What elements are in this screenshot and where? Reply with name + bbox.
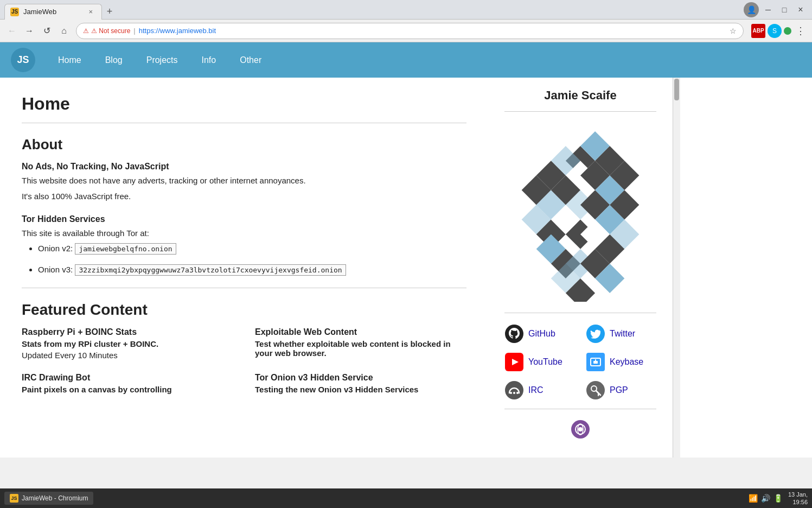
tor-icon [571, 420, 590, 439]
page-wrapper: Home About No Ads, No Tracking, No JavaS… [0, 78, 812, 458]
github-link[interactable]: GitHub [504, 324, 575, 344]
sidebar-name: Jamie Scaife [504, 88, 656, 103]
onion-list: Onion v2: jamiewebgbelqfno.onion Onion v… [22, 243, 466, 276]
featured-title: Featured Content [22, 301, 466, 319]
back-button[interactable]: ← [4, 23, 20, 39]
svg-point-48 [578, 427, 583, 431]
diamond-svg [504, 123, 656, 302]
adblock-extension[interactable]: ABP [751, 24, 765, 38]
svg-rect-37 [595, 359, 596, 361]
tab-close-btn[interactable]: × [88, 8, 93, 16]
site-navbar: JS Home Blog Projects Info Other [0, 42, 812, 78]
main-content: Home About No Ads, No Tracking, No JavaS… [0, 78, 488, 458]
about-section: About No Ads, No Tracking, No JavaScript… [22, 136, 466, 276]
irc-label: IRC [528, 385, 544, 395]
browser-extensions: ABP S [751, 24, 791, 38]
nav-info[interactable]: Info [190, 55, 228, 65]
diamond-pattern [504, 123, 656, 302]
youtube-label: YouTube [528, 357, 562, 367]
security-warning-text: ⚠ Not secure [91, 27, 130, 35]
browser-controls: ← → ↺ ⌂ ⚠ ⚠ Not secure | https://www.jam… [0, 20, 812, 42]
nav-projects[interactable]: Projects [135, 55, 190, 65]
browser-titlebar: JS JamieWeb × + 👤 ─ □ × [0, 0, 812, 20]
social-links-grid: GitHub Twitter YouTube Key [504, 324, 656, 400]
onion-v2-address[interactable]: jamiewebgbelqfno.onion [75, 243, 176, 255]
onion-v3-label: Onion v3: [38, 265, 73, 274]
tab-favicon: JS [10, 8, 19, 16]
featured-item-2-subtitle: Paint pixels on a canvas by controlling [22, 385, 233, 394]
forward-button[interactable]: → [22, 23, 37, 39]
svg-point-41 [513, 392, 515, 394]
keybase-label: Keybase [610, 357, 643, 367]
featured-section: Featured Content Raspberry Pi + BOINC St… [22, 301, 466, 396]
skype-extension[interactable]: S [768, 24, 782, 38]
svg-point-38 [505, 381, 523, 399]
tor-block: Tor Hidden Services This site is availab… [22, 214, 466, 276]
profile-button[interactable]: 👤 [744, 2, 759, 17]
featured-item-3-subtitle: Testing the new Onion v3 Hidden Services [255, 385, 466, 394]
home-button[interactable]: ⌂ [56, 23, 72, 39]
nav-other[interactable]: Other [228, 55, 273, 65]
address-icons: ☆ [730, 27, 737, 35]
page-title: Home [22, 94, 466, 114]
svg-point-30 [505, 325, 523, 343]
github-label: GitHub [528, 329, 555, 339]
featured-item-0: Raspberry Pi + BOINC Stats Stats from my… [22, 327, 233, 360]
keybase-link[interactable]: Keybase [586, 352, 656, 372]
warning-icon: ⚠ [83, 27, 89, 35]
featured-item-2: IRC Drawing Bot Paint pixels on a canvas… [22, 373, 233, 396]
youtube-icon [504, 352, 524, 372]
pgp-icon [586, 380, 605, 400]
active-tab[interactable]: JS JamieWeb × [4, 4, 102, 20]
featured-item-0-title: Raspberry Pi + BOINC Stats [22, 327, 233, 337]
irc-link[interactable]: IRC [504, 380, 575, 400]
onion-v2-label: Onion v2: [38, 244, 73, 253]
title-divider [22, 123, 466, 123]
featured-item-2-title: IRC Drawing Bot [22, 373, 233, 383]
minimize-button[interactable]: ─ [761, 3, 775, 17]
twitter-icon [586, 324, 605, 344]
security-warning: ⚠ ⚠ Not secure [83, 27, 130, 35]
pgp-link[interactable]: PGP [586, 380, 656, 400]
sidebar-extra [504, 420, 656, 439]
onion-v3-address[interactable]: 32zzibxmqi2ybxpqyggwwuwz7a3lbvtzoloti7cx… [75, 264, 346, 276]
window-controls: 👤 ─ □ × [744, 2, 808, 17]
scrollbar[interactable] [673, 78, 680, 458]
onion-v2-item: Onion v2: jamiewebgbelqfno.onion [38, 243, 466, 255]
onion-v3-item: Onion v3: 32zzibxmqi2ybxpqyggwwuwz7a3lbv… [38, 264, 466, 276]
featured-grid: Raspberry Pi + BOINC Stats Stats from my… [22, 327, 466, 396]
close-window-button[interactable]: × [794, 3, 808, 17]
scrollbar-thumb[interactable] [674, 79, 679, 100]
sidebar-social-divider [504, 409, 656, 409]
featured-divider [22, 288, 466, 288]
tab-title: JamieWeb [23, 8, 56, 16]
twitter-link[interactable]: Twitter [586, 324, 656, 344]
featured-item-1: Exploitable Web Content Test whether exp… [255, 327, 466, 360]
svg-point-39 [510, 392, 512, 394]
address-url: https://www.jamieweb.bit [139, 27, 726, 35]
keybase-icon [586, 352, 605, 372]
maximize-button[interactable]: □ [777, 3, 791, 17]
bookmark-icon[interactable]: ☆ [730, 27, 737, 35]
new-tab-button[interactable]: + [102, 4, 117, 20]
irc-icon [504, 380, 524, 400]
youtube-link[interactable]: YouTube [504, 352, 575, 372]
no-ads-block: No Ads, No Tracking, No JavaScript This … [22, 162, 466, 202]
browser-menu-button[interactable]: ⋮ [794, 23, 808, 39]
status-dot [784, 27, 791, 35]
github-icon [504, 324, 524, 344]
site-logo: JS [11, 48, 35, 72]
address-bar[interactable]: ⚠ ⚠ Not secure | https://www.jamieweb.bi… [76, 23, 744, 39]
featured-item-3: Tor Onion v3 Hidden Service Testing the … [255, 373, 466, 396]
nav-home[interactable]: Home [46, 55, 93, 65]
twitter-label: Twitter [610, 329, 635, 339]
no-ads-title: No Ads, No Tracking, No JavaScript [22, 162, 466, 172]
featured-item-1-subtitle: Test whether exploitable web content is … [255, 339, 466, 358]
sidebar: Jamie Scaife [488, 78, 673, 458]
address-separator: | [133, 27, 135, 35]
sidebar-bottom-divider [504, 313, 656, 313]
refresh-button[interactable]: ↺ [39, 23, 54, 39]
svg-point-40 [516, 392, 519, 394]
nav-blog[interactable]: Blog [93, 55, 135, 65]
pgp-label: PGP [610, 385, 628, 395]
